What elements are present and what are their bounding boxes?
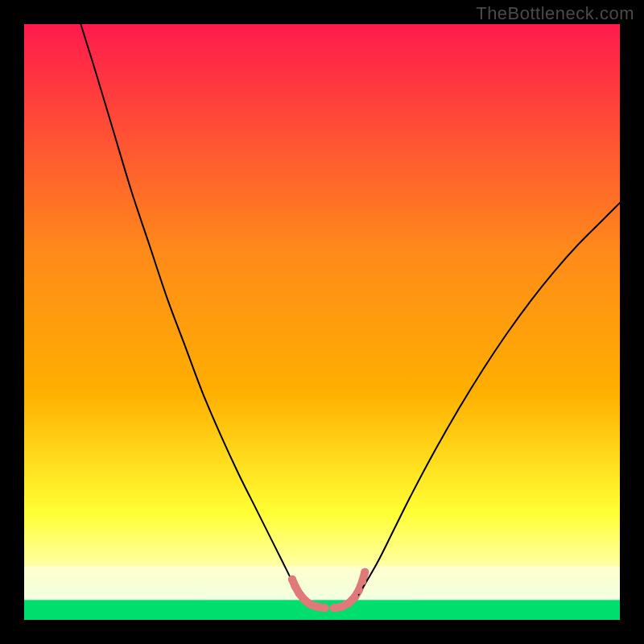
watermark-text: TheBottleneck.com — [476, 3, 634, 24]
chart-pale-band — [24, 566, 620, 600]
highlight-dots-right-dot — [330, 604, 338, 612]
highlight-dots-right-dot — [361, 568, 369, 576]
highlight-dots-left-dot — [306, 601, 314, 609]
highlight-dots-right-dot — [358, 577, 366, 585]
highlight-dots-right-dot — [345, 599, 353, 607]
chart-frame: TheBottleneck.com — [0, 0, 644, 644]
chart-background — [24, 24, 620, 620]
chart-plot — [24, 24, 620, 620]
highlight-dots-right-dot — [355, 586, 363, 594]
highlight-dots-right-dot — [351, 593, 359, 601]
highlight-dots-left-dot — [313, 603, 321, 611]
highlight-dots-left-dot — [291, 583, 299, 591]
highlight-dots-right-dot — [337, 603, 345, 611]
highlight-dots-left-dot — [288, 576, 296, 584]
highlight-dots-left-dot — [321, 604, 329, 612]
